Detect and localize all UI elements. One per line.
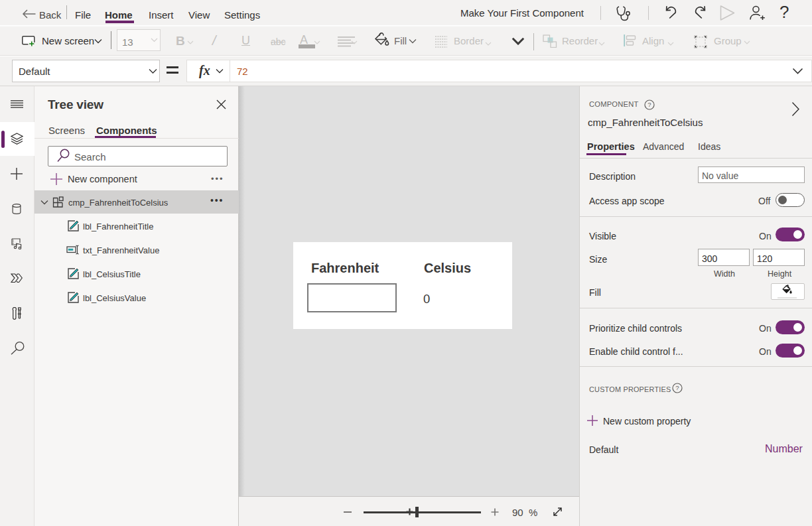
svg-text:?: ?	[675, 384, 679, 391]
svg-text:?: ?	[647, 101, 651, 108]
